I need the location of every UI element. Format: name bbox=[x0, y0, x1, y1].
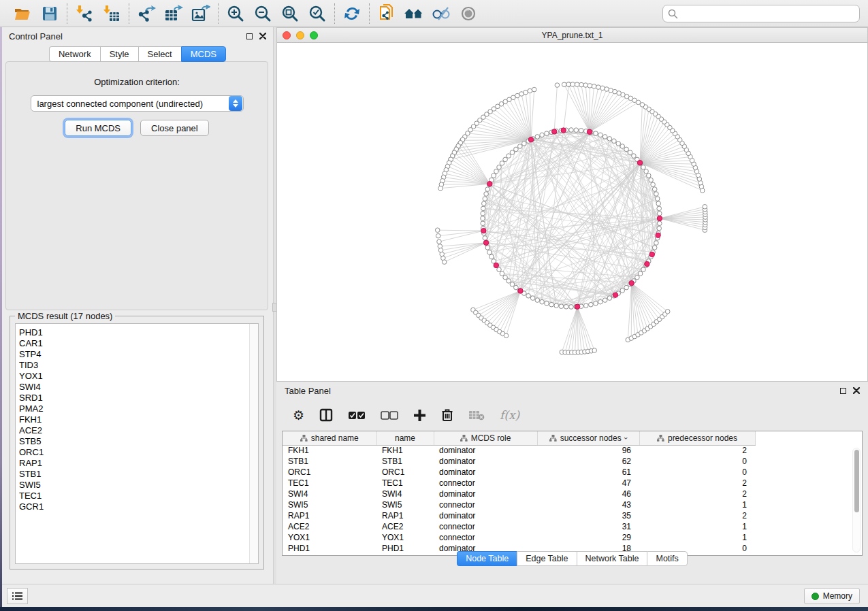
network-node[interactable] bbox=[657, 206, 662, 211]
network-node[interactable] bbox=[500, 271, 504, 276]
network-node[interactable] bbox=[607, 296, 612, 301]
mcds-network-node[interactable] bbox=[518, 288, 523, 293]
network-node[interactable] bbox=[635, 275, 640, 280]
select-all-icon[interactable] bbox=[348, 411, 366, 420]
tab-network[interactable]: Network bbox=[49, 46, 100, 62]
close-panel-button[interactable]: Close panel bbox=[140, 120, 209, 136]
network-node[interactable] bbox=[535, 298, 540, 303]
close-panel-icon[interactable] bbox=[853, 387, 860, 394]
network-overview-icon[interactable] bbox=[404, 3, 424, 24]
memory-button[interactable]: Memory bbox=[804, 588, 860, 604]
table-row[interactable]: YOX1YOX1connector291 bbox=[283, 532, 755, 543]
network-node[interactable] bbox=[540, 299, 545, 304]
maximize-window-icon[interactable] bbox=[310, 31, 318, 39]
mcds-network-node[interactable] bbox=[587, 129, 592, 134]
column-header-MCDS-role[interactable]: MCDS role bbox=[434, 431, 537, 445]
network-canvas[interactable] bbox=[277, 43, 867, 381]
network-node[interactable] bbox=[598, 299, 603, 304]
network-node[interactable] bbox=[641, 165, 646, 170]
network-node[interactable] bbox=[492, 174, 496, 178]
tab-edge-table[interactable]: Edge Table bbox=[517, 551, 576, 566]
mcds-network-node[interactable] bbox=[613, 293, 617, 297]
network-titlebar[interactable]: YPA_prune.txt_1 bbox=[277, 28, 867, 43]
import-network-icon[interactable] bbox=[74, 3, 95, 24]
network-node[interactable] bbox=[654, 192, 659, 197]
network-node[interactable] bbox=[528, 88, 532, 93]
export-table-icon[interactable] bbox=[163, 3, 184, 24]
network-node[interactable] bbox=[522, 142, 527, 146]
mcds-result-item[interactable]: SWI4 bbox=[19, 382, 258, 393]
network-node[interactable] bbox=[554, 303, 559, 308]
network-node[interactable] bbox=[500, 161, 504, 166]
network-node[interactable] bbox=[562, 82, 566, 87]
network-node[interactable] bbox=[594, 301, 598, 306]
network-node[interactable] bbox=[652, 246, 657, 250]
network-node[interactable] bbox=[485, 246, 490, 250]
mcds-result-item[interactable]: RAP1 bbox=[19, 458, 258, 469]
zoom-fit-icon[interactable] bbox=[280, 3, 300, 24]
network-node[interactable] bbox=[584, 303, 589, 308]
network-node[interactable] bbox=[655, 197, 660, 201]
network-node[interactable] bbox=[657, 226, 662, 231]
mcds-network-node[interactable] bbox=[552, 129, 557, 134]
network-node[interactable] bbox=[481, 216, 485, 221]
show-column-icon[interactable] bbox=[319, 408, 333, 422]
network-node[interactable] bbox=[588, 84, 592, 88]
network-node[interactable] bbox=[514, 147, 519, 152]
network-node[interactable] bbox=[566, 82, 571, 87]
network-node[interactable] bbox=[564, 305, 568, 310]
mcds-network-node[interactable] bbox=[657, 216, 662, 220]
network-node[interactable] bbox=[616, 142, 621, 146]
export-network-icon[interactable] bbox=[136, 3, 157, 24]
mcds-result-item[interactable]: FKH1 bbox=[19, 414, 258, 425]
table-row[interactable]: ORC1ORC1dominator610 bbox=[283, 467, 755, 478]
table-scrollbar-thumb[interactable] bbox=[854, 450, 859, 512]
network-node[interactable] bbox=[569, 305, 574, 310]
network-node[interactable] bbox=[644, 169, 649, 174]
minimize-window-icon[interactable] bbox=[296, 31, 304, 39]
column-header-predecessor-nodes[interactable]: predecessor nodes bbox=[639, 431, 755, 445]
show-panels-menu-button[interactable] bbox=[7, 588, 28, 604]
mcds-network-node[interactable] bbox=[629, 280, 634, 285]
network-node[interactable] bbox=[526, 294, 531, 299]
network-node[interactable] bbox=[484, 192, 489, 197]
network-node[interactable] bbox=[438, 186, 443, 191]
network-node[interactable] bbox=[624, 285, 629, 290]
network-node[interactable] bbox=[656, 201, 661, 206]
network-node[interactable] bbox=[483, 236, 487, 241]
mcds-result-item[interactable]: PHD1 bbox=[19, 327, 258, 338]
network-node[interactable] bbox=[436, 233, 440, 238]
save-session-icon[interactable] bbox=[39, 3, 60, 24]
network-node[interactable] bbox=[647, 174, 652, 178]
mcds-result-item[interactable]: STB1 bbox=[19, 469, 258, 480]
network-node[interactable] bbox=[497, 165, 502, 170]
network-node[interactable] bbox=[628, 150, 632, 155]
tab-motifs[interactable]: Motifs bbox=[647, 551, 687, 566]
mcds-network-node[interactable] bbox=[561, 128, 566, 133]
network-node[interactable] bbox=[570, 82, 575, 87]
network-node[interactable] bbox=[569, 128, 574, 133]
network-node[interactable] bbox=[620, 144, 625, 149]
network-node[interactable] bbox=[485, 187, 490, 192]
tab-node-table[interactable]: Node Table bbox=[457, 551, 517, 566]
network-node[interactable] bbox=[592, 84, 596, 89]
share-document-icon[interactable] bbox=[376, 3, 397, 24]
network-node[interactable] bbox=[594, 131, 598, 136]
network-node[interactable] bbox=[545, 131, 549, 136]
network-node[interactable] bbox=[504, 333, 509, 338]
export-image-icon[interactable] bbox=[191, 3, 211, 24]
network-node[interactable] bbox=[632, 154, 637, 159]
network-node[interactable] bbox=[545, 301, 549, 306]
mcds-network-node[interactable] bbox=[649, 252, 654, 257]
network-node[interactable] bbox=[532, 87, 536, 92]
network-node[interactable] bbox=[481, 211, 485, 216]
table-options-gear-icon[interactable]: ⚙ bbox=[293, 409, 304, 422]
function-builder-icon[interactable]: f(x) bbox=[500, 408, 519, 422]
network-node[interactable] bbox=[652, 187, 657, 192]
column-header-successor-nodes[interactable]: successor nodes› bbox=[537, 431, 639, 445]
mcds-network-node[interactable] bbox=[656, 233, 660, 237]
network-node[interactable] bbox=[575, 82, 579, 87]
hide-graphics-details-icon[interactable] bbox=[431, 3, 451, 24]
network-node[interactable] bbox=[624, 147, 629, 152]
network-node[interactable] bbox=[658, 211, 662, 216]
